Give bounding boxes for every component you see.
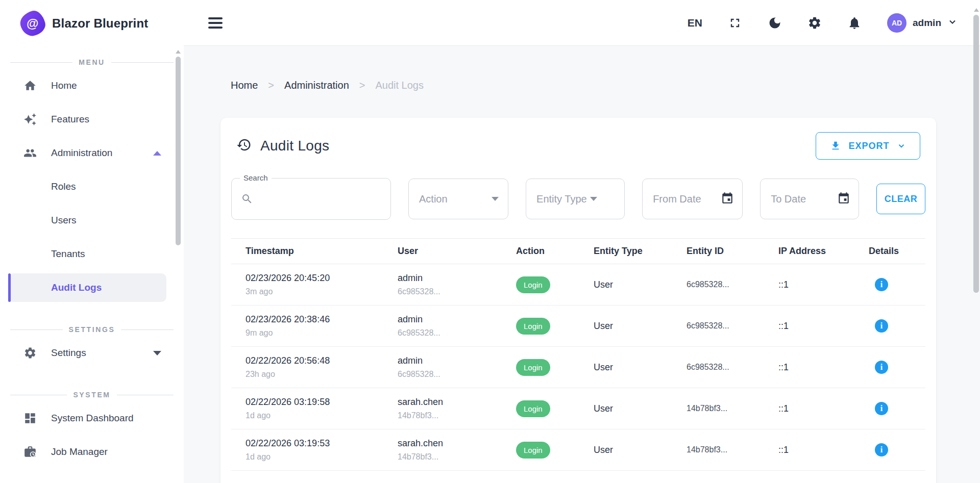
entity-id: 14b78bf3...: [687, 445, 727, 454]
download-icon: [830, 140, 841, 151]
breadcrumb-home[interactable]: Home: [231, 80, 258, 91]
sidebar-item-label: Tenants: [51, 248, 85, 260]
notifications-bell-icon[interactable]: [847, 16, 862, 30]
sidebar-item-label: Users: [51, 215, 77, 226]
sidebar-item-roles[interactable]: Roles: [0, 172, 184, 201]
relative-time: 1d ago: [246, 452, 394, 462]
dashboard-icon: [23, 412, 37, 425]
fullscreen-icon[interactable]: [728, 16, 742, 30]
dark-mode-moon-icon[interactable]: [768, 16, 782, 30]
details-info-icon[interactable]: i: [875, 443, 888, 456]
breadcrumb-separator: >: [268, 80, 274, 91]
home-icon: [23, 79, 37, 92]
col-timestamp: Timestamp: [231, 239, 398, 264]
sidebar-item-label: Administration: [51, 147, 112, 159]
search-icon: [241, 193, 253, 205]
chevron-up-icon: [153, 151, 161, 156]
table-row: 02/22/2026 03:19:531d ago sarah.chen14b7…: [231, 429, 925, 471]
from-date-placeholder: From Date: [653, 193, 701, 205]
user: sarah.chen: [398, 438, 512, 449]
sidebar-scrollbar-thumb[interactable]: [176, 57, 181, 245]
user: admin: [398, 355, 512, 366]
sidebar-item-label: Settings: [51, 347, 86, 359]
sidebar-item-home[interactable]: Home: [0, 71, 184, 100]
user-name: admin: [913, 17, 941, 29]
ip-address: ::1: [778, 321, 789, 331]
entity-id: 6c985328...: [687, 280, 729, 289]
entity-type: User: [594, 362, 613, 372]
to-date-picker[interactable]: To Date: [760, 179, 859, 219]
entity-type: User: [594, 321, 613, 331]
page-scrollbar[interactable]: [973, 8, 979, 293]
hamburger-menu-icon[interactable]: [208, 15, 223, 31]
chevron-down-icon: [153, 351, 161, 355]
user-id: 6c985328...: [398, 370, 512, 379]
sidebar-item-system-dashboard[interactable]: System Dashboard: [0, 404, 184, 433]
action-badge: Login: [516, 318, 550, 335]
details-info-icon[interactable]: i: [875, 361, 888, 374]
action-select[interactable]: Action: [408, 179, 508, 219]
relative-time: 3m ago: [246, 287, 394, 296]
entity-type-select[interactable]: Entity Type: [526, 179, 625, 219]
sidebar-item-label: Home: [51, 80, 77, 91]
user-id: 6c985328...: [398, 328, 512, 338]
audit-logs-table: Timestamp User Action Entity Type Entity…: [231, 238, 925, 471]
from-date-picker[interactable]: From Date: [642, 179, 743, 219]
action-select-placeholder: Action: [419, 193, 448, 205]
relative-time: 23h ago: [246, 370, 394, 379]
user-id: 14b78bf3...: [398, 452, 512, 462]
user-menu[interactable]: AD admin: [887, 13, 958, 33]
sidebar-item-features[interactable]: Features: [0, 105, 184, 134]
scrollbar-up-arrow-icon[interactable]: [176, 50, 181, 54]
settings-gear-icon[interactable]: [807, 16, 822, 30]
language-button[interactable]: EN: [688, 17, 702, 29]
sidebar-section-menu: MENU: [10, 58, 174, 66]
briefcase-clock-icon: [23, 445, 37, 459]
export-button-label: EXPORT: [848, 141, 889, 151]
scrollbar-up-arrow-icon[interactable]: [974, 8, 979, 12]
user: admin: [398, 314, 512, 325]
to-date-placeholder: To Date: [771, 193, 806, 205]
ip-address: ::1: [778, 279, 789, 290]
export-button[interactable]: EXPORT: [816, 132, 920, 160]
entity-type: User: [594, 445, 613, 455]
sidebar-item-label: Audit Logs: [51, 282, 102, 293]
brand[interactable]: @ Blazor Blueprint: [0, 0, 184, 36]
entity-id: 6c985328...: [687, 363, 729, 371]
sidebar-item-administration[interactable]: Administration: [0, 139, 184, 167]
entity-type: User: [594, 403, 613, 414]
history-clock-icon: [236, 137, 252, 155]
timestamp: 02/22/2026 20:56:48: [246, 355, 394, 366]
blazor-logo-icon: @: [18, 9, 47, 38]
audit-logs-card: Audit Logs EXPORT Search Action Entity T…: [220, 118, 936, 483]
search-field-label: Search: [240, 173, 272, 182]
search-input[interactable]: [253, 179, 393, 219]
sidebar-item-settings[interactable]: Settings: [0, 339, 184, 367]
ip-address: ::1: [778, 403, 789, 414]
sidebar-item-audit-logs[interactable]: Audit Logs: [8, 273, 166, 302]
details-info-icon[interactable]: i: [875, 319, 888, 333]
avatar: AD: [887, 13, 906, 33]
details-info-icon[interactable]: i: [875, 278, 888, 291]
sidebar: @ Blazor Blueprint MENU Home Features Ad…: [0, 0, 184, 483]
table-header-row: Timestamp User Action Entity Type Entity…: [231, 239, 925, 264]
sidebar-scrollbar[interactable]: [176, 50, 181, 245]
calendar-icon: [837, 191, 850, 207]
clear-button[interactable]: CLEAR: [876, 184, 925, 214]
sidebar-item-label: Features: [51, 114, 89, 125]
page-scrollbar-thumb[interactable]: [973, 15, 979, 293]
relative-time: 9m ago: [246, 328, 394, 338]
breadcrumb-separator: >: [359, 80, 365, 91]
breadcrumb-administration[interactable]: Administration: [284, 80, 349, 91]
sidebar-item-tenants[interactable]: Tenants: [0, 240, 184, 268]
col-entity-type: Entity Type: [594, 239, 687, 264]
entity-type: User: [594, 279, 613, 290]
sidebar-section-system: SYSTEM: [10, 391, 174, 399]
details-info-icon[interactable]: i: [875, 402, 888, 415]
sidebar-item-job-manager[interactable]: Job Manager: [0, 438, 184, 466]
user: sarah.chen: [398, 397, 512, 408]
ip-address: ::1: [778, 362, 789, 372]
sidebar-item-users[interactable]: Users: [0, 206, 184, 235]
dropdown-arrow-icon: [492, 197, 499, 201]
topbar: EN AD admin: [184, 0, 980, 46]
